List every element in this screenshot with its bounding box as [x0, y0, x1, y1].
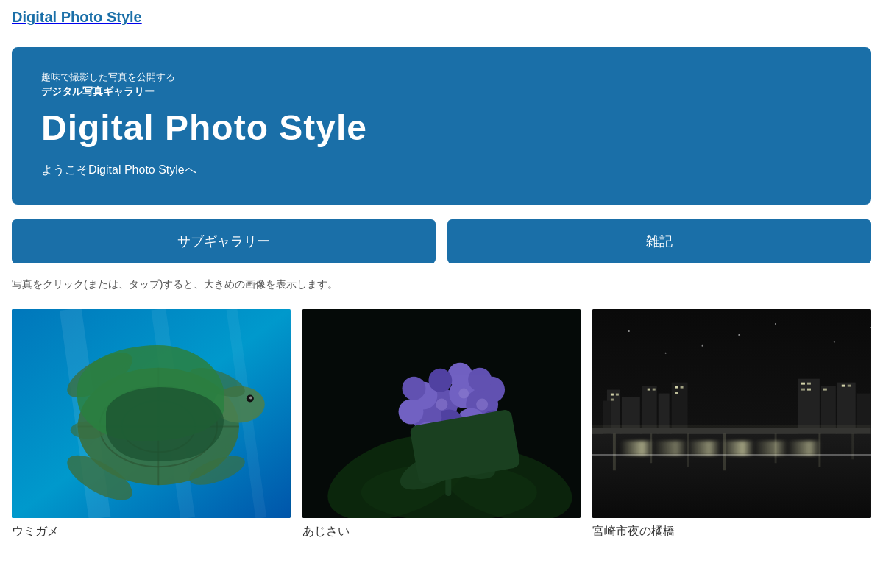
sub-gallery-button[interactable]: サブギャラリー: [12, 219, 436, 263]
svg-point-27: [409, 382, 437, 410]
misc-button[interactable]: 雑記: [447, 219, 871, 263]
svg-point-41: [444, 419, 454, 430]
svg-point-39: [458, 389, 469, 399]
svg-point-6: [121, 401, 195, 453]
svg-point-30: [398, 400, 423, 425]
svg-rect-81: [592, 425, 871, 433]
svg-point-31: [402, 377, 425, 400]
hero-welcome: ようこそDigital Photo Styleへ: [41, 163, 842, 178]
svg-rect-61: [648, 389, 650, 391]
photo-caption-hydrangea: あじさい: [302, 524, 581, 539]
svg-point-86: [665, 353, 667, 354]
photo-grid: ウミガメ: [12, 309, 871, 539]
svg-rect-42: [445, 452, 451, 496]
photo-item-turtle[interactable]: ウミガメ: [12, 309, 291, 539]
photo-item-city[interactable]: 宮崎市夜の橘橋: [592, 309, 871, 539]
svg-point-82: [628, 330, 630, 332]
svg-point-35: [415, 422, 439, 445]
main-content: 趣味で撮影した写真を公開する デジタル写真ギャラリー Digital Photo…: [0, 35, 883, 563]
svg-point-33: [428, 369, 452, 392]
hero-subtitle-large: デジタル写真ギャラリー: [41, 85, 842, 99]
photo-caption-turtle: ウミガメ: [12, 524, 291, 539]
photo-instructions: 写真をクリック(または、タップ)すると、大きめの画像を表示します。: [12, 278, 871, 291]
svg-point-24: [456, 408, 486, 438]
hero-subtitle-small: 趣味で撮影した写真を公開する: [41, 71, 842, 84]
svg-rect-70: [823, 389, 827, 391]
svg-point-11: [249, 397, 252, 400]
hero-title: Digital Photo Style: [41, 107, 842, 148]
site-logo-link[interactable]: Digital Photo Style: [12, 12, 142, 24]
svg-rect-63: [675, 386, 678, 389]
svg-rect-65: [675, 392, 678, 394]
svg-rect-60: [611, 399, 614, 401]
svg-rect-69: [807, 389, 811, 391]
photo-item-hydrangea[interactable]: あじさい: [302, 309, 581, 539]
svg-point-85: [834, 341, 835, 343]
svg-rect-71: [842, 385, 845, 387]
svg-point-29: [480, 411, 506, 436]
photo-image-turtle[interactable]: [12, 309, 291, 518]
svg-point-40: [476, 399, 488, 411]
svg-point-34: [468, 368, 492, 392]
svg-rect-72: [848, 385, 851, 387]
svg-point-38: [436, 399, 447, 411]
photo-caption-city: 宮崎市夜の橘橋: [592, 524, 871, 539]
svg-point-87: [739, 334, 740, 336]
svg-rect-68: [801, 389, 805, 391]
svg-point-83: [702, 345, 703, 347]
svg-rect-59: [616, 394, 619, 396]
hero-banner: 趣味で撮影した写真を公開する デジタル写真ギャラリー Digital Photo…: [12, 47, 871, 205]
site-title: Digital Photo Style: [12, 9, 142, 25]
svg-rect-66: [801, 383, 805, 385]
svg-rect-64: [681, 386, 684, 389]
photo-image-city[interactable]: [592, 309, 871, 518]
svg-rect-46: [592, 433, 871, 518]
nav-buttons: サブギャラリー 雑記: [12, 219, 871, 263]
svg-point-5: [100, 386, 217, 467]
svg-point-37: [469, 422, 492, 444]
svg-point-16: [71, 421, 107, 439]
photo-image-hydrangea[interactable]: [302, 309, 581, 518]
svg-rect-58: [611, 394, 614, 396]
svg-point-84: [775, 323, 776, 325]
svg-rect-67: [807, 383, 811, 385]
site-header: Digital Photo Style: [0, 0, 883, 35]
svg-rect-62: [653, 389, 656, 391]
svg-point-36: [447, 422, 472, 447]
